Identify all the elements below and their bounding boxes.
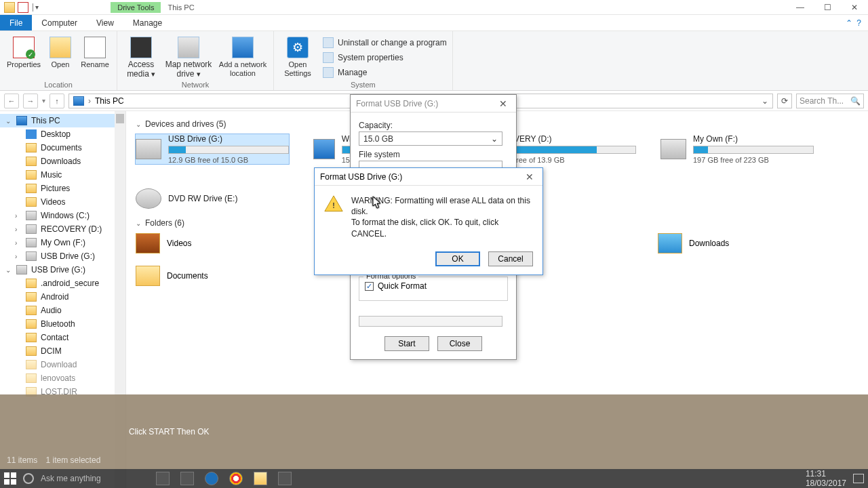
system-properties-button[interactable]: System properties — [323, 51, 447, 64]
maximize-button[interactable]: ☐ — [814, 0, 841, 15]
start-button[interactable]: Start — [384, 336, 429, 351]
usb-drive-icon — [136, 139, 161, 159]
nav-back-button[interactable]: ← — [4, 94, 19, 108]
folder-icon — [26, 197, 37, 207]
start-button[interactable] — [4, 472, 16, 485]
properties-button[interactable]: ✓Properties — [5, 34, 42, 81]
format-dialog-title[interactable]: Format USB Drive (G:) ✕ — [351, 95, 516, 113]
folder-icon — [26, 184, 37, 193]
tree-contact[interactable]: Contact — [0, 331, 125, 344]
taskbar-app-icon[interactable] — [180, 472, 194, 485]
tree-my-own-f[interactable]: ›My Own (F:) — [0, 236, 125, 249]
warning-dialog: Format USB Drive (G:) ✕ ! WARNING: Forma… — [314, 167, 543, 275]
address-dropdown-icon[interactable]: ⌄ — [762, 96, 768, 106]
tree-dcim[interactable]: DCIM — [0, 344, 125, 358]
tree-usb-g[interactable]: ›USB Drive (G:) — [0, 249, 125, 263]
nav-forward-button[interactable]: → — [23, 94, 38, 108]
search-box[interactable]: Search Th...🔍 — [796, 94, 864, 108]
filesystem-select[interactable] — [359, 161, 502, 167]
status-selected: 1 item selected — [46, 455, 101, 465]
cortana-icon[interactable] — [23, 473, 34, 484]
breadcrumb-location[interactable]: This PC — [95, 96, 124, 106]
capacity-select[interactable]: 15.0 GB⌄ — [359, 131, 502, 146]
taskbar-search[interactable]: Ask me anything — [41, 474, 149, 483]
warning-dialog-title[interactable]: Format USB Drive (G:) ✕ — [315, 168, 542, 186]
tree-lenovoats[interactable]: lenovoats — [0, 371, 125, 385]
manage-icon — [323, 67, 334, 78]
ribbon-group-network: Access media ▾ Map network drive ▾ Add a… — [117, 31, 274, 90]
system-props-icon — [323, 52, 334, 63]
tree-audio[interactable]: Audio — [0, 304, 125, 317]
tree-downloads[interactable]: Downloads — [0, 155, 125, 168]
tree-windows-c[interactable]: ›Windows (C:) — [0, 209, 125, 222]
open-button[interactable]: Open — [46, 34, 75, 81]
tab-view[interactable]: View — [87, 15, 123, 30]
refresh-button[interactable]: ⟳ — [777, 94, 792, 108]
drive-windows-c[interactable]: Wi 154 — [313, 134, 354, 164]
folder-downloads[interactable]: Downloads — [658, 233, 766, 253]
action-center-icon[interactable] — [853, 474, 864, 483]
ok-button[interactable]: OK — [435, 251, 480, 266]
system-tray: 11:3118/03/2017 — [806, 469, 864, 488]
open-settings-button[interactable]: ⚙Open Settings — [279, 34, 316, 81]
tree-usb-g-root[interactable]: ⌄USB Drive (G:) — [0, 263, 125, 277]
manage-button[interactable]: Manage — [323, 66, 447, 79]
close-icon[interactable]: ✕ — [496, 98, 511, 109]
tree-pictures[interactable]: Pictures — [0, 182, 125, 195]
folder-icon — [26, 373, 37, 383]
nav-up-button[interactable]: ↑ — [50, 94, 64, 108]
capacity-bar — [514, 146, 636, 154]
tray-clock[interactable]: 11:3118/03/2017 — [806, 469, 846, 488]
uninstall-program-button[interactable]: Uninstall or change a program — [323, 36, 447, 49]
folder-videos[interactable]: Videos — [136, 233, 244, 253]
tab-file[interactable]: File — [0, 15, 32, 30]
ribbon: ✓Properties Open Rename Location Access … — [0, 31, 868, 91]
downloads-folder-icon — [658, 233, 682, 253]
task-view-icon[interactable] — [156, 472, 170, 485]
properties-qat-icon[interactable] — [18, 2, 28, 13]
folder-documents[interactable]: Documents — [136, 266, 244, 286]
drive-icon — [26, 238, 37, 247]
tree-recovery-d[interactable]: ›RECOVERY (D:) — [0, 222, 125, 236]
explorer-icon[interactable] — [254, 472, 267, 485]
rename-button[interactable]: Rename — [79, 34, 111, 81]
drive-recovery-d[interactable]: VERY (D:) free of 13.9 GB — [514, 134, 636, 164]
store-icon[interactable] — [278, 472, 292, 485]
tree-videos[interactable]: Videos — [0, 195, 125, 209]
tree-download-folder[interactable]: Download — [0, 358, 125, 371]
window-close-button[interactable]: ✕ — [841, 0, 868, 15]
close-button[interactable]: Close — [437, 336, 482, 351]
folder-icon — [26, 346, 37, 356]
drive-usb-g[interactable]: USB Drive (G:) 12.9 GB free of 15.0 GB — [136, 134, 289, 164]
tree-documents[interactable]: Documents — [0, 141, 125, 155]
add-network-location-button[interactable]: Add a network location — [218, 34, 268, 81]
nav-history-dropdown[interactable]: ▾ — [42, 97, 45, 104]
drive-my-own-f[interactable]: My Own (F:) 197 GB free of 223 GB — [660, 134, 814, 164]
tree-desktop[interactable]: Desktop — [0, 127, 125, 141]
tree-this-pc[interactable]: ⌄This PC — [0, 114, 125, 127]
qat-dropdown-icon[interactable]: │▾ — [31, 3, 39, 11]
edge-icon[interactable] — [205, 472, 218, 485]
quick-format-checkbox[interactable]: ✓Quick Format — [365, 281, 502, 291]
group-label-network: Network — [123, 81, 268, 89]
format-progress-bar — [359, 316, 502, 327]
cancel-button[interactable]: Cancel — [488, 251, 533, 266]
map-network-drive-button[interactable]: Map network drive ▾ — [163, 34, 214, 81]
tab-computer[interactable]: Computer — [32, 15, 87, 30]
tree-bluetooth[interactable]: Bluetooth — [0, 317, 125, 331]
tree-android-secure[interactable]: .android_secure — [0, 277, 125, 290]
chrome-icon[interactable] — [229, 472, 243, 485]
close-icon[interactable]: ✕ — [522, 171, 537, 182]
drive-icon — [26, 251, 37, 261]
drive-dvd-e[interactable]: DVD RW Drive (E:) — [136, 188, 289, 209]
tree-music[interactable]: Music — [0, 168, 125, 182]
folder-icon — [26, 319, 37, 329]
access-media-button[interactable]: Access media ▾ — [123, 34, 159, 81]
ribbon-help[interactable]: ⌃ ? — [839, 15, 868, 30]
tab-manage[interactable]: Manage — [123, 15, 172, 30]
tree-android[interactable]: Android — [0, 290, 125, 304]
minimize-button[interactable]: — — [787, 0, 814, 15]
capacity-bar — [168, 146, 289, 154]
window-title: This PC — [161, 2, 201, 13]
this-pc-icon — [73, 96, 84, 106]
